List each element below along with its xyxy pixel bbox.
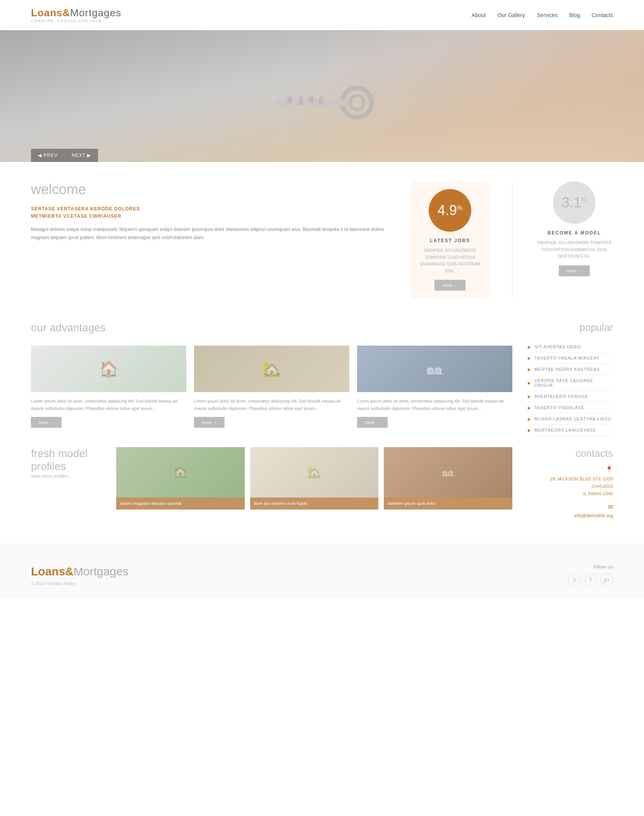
footer-right: follow us 𝕏 f g+ [568,564,613,586]
view-more-link[interactable]: view more profiles [31,473,69,479]
advantage-btn-3[interactable]: more → [357,417,388,428]
address-line1: 28 JACKSON BLVD STE 1020 [550,477,613,481]
list-item: ▶MERTAEORY LKAUISYASE [528,425,613,436]
fresh-title: fresh modelprofiles [31,447,101,473]
advantage-item-1: 🏠 Lorem ipsum dolor sit amet, consectetu… [31,346,186,427]
popular-item-5: TASERTO YNDOLASE [534,405,585,410]
fresh-item-3: 🏘 dolorem ipsum quia dolor [384,447,512,510]
house-shape-2: 🏡 [194,346,349,392]
fresh-img-1: 🏠 [116,447,245,498]
popular-arrow-icon: ▶ [528,394,531,399]
contacts-title: contacts [528,448,613,460]
popular-item-4: AVERTELERO FEROSE [534,394,588,399]
advantage-item-3: 🏘 Lorem ipsum dolor sit amet, consectetu… [357,346,512,427]
popular-arrow-icon: ▶ [528,356,531,360]
house-shape-3: 🏘 [357,346,512,392]
advantage-img-2: 🏡 [194,346,349,392]
footer-logo: Loans&Mortgages [31,565,129,578]
advantages-title: our advantages [31,322,512,334]
footer-logo-after: Mortgages [74,565,129,578]
social-twitter[interactable]: 𝕏 [568,573,580,586]
stat-circle-2: 3.1% [553,181,596,224]
advantage-btn-2[interactable]: more → [194,417,225,428]
fresh-caption-1: dolore magnam aliquam quaerat [116,498,245,510]
footer: Loans&Mortgages © 2014 • Privacy Policy … [0,544,644,597]
stat-circle-1: 4.9% [429,189,471,232]
logo-text-before: Loans [31,7,63,19]
advantages-grid: 🏠 Lorem ipsum dolor sit amet, consectetu… [31,346,512,427]
advantage-item-2: 🏡 Lorem ipsum dolor sit amet, consectetu… [194,346,349,427]
fresh-caption-2: illum qui dolorem eum fugiat [250,498,379,510]
stat-suffix-1: % [457,205,462,211]
contact-email: ✉ info@demolink.org [528,503,613,518]
popular-list: ▶SIT AVERTAS DERO ▶TASERTO YAEALA MIASEA… [528,341,613,436]
list-item: ▶TASERTO YNDOLASE [528,402,613,413]
nav-about[interactable]: About [472,12,486,18]
contact-address: 📍 28 JACKSON BLVD STE 1020 CHICAGO IL 60… [528,466,613,497]
stat-card-1: 4.9% LATEST JOBS FADIPIDE SCI UNUSMODI T… [411,181,489,298]
nav-blog[interactable]: Blog [569,12,580,18]
list-item: ▶MUSER LASRAS LERTYAA LIASU [528,413,613,425]
social-icons: 𝕏 f g+ [568,573,613,586]
header: Loans&Mortgages Compare, Choose and Save… [0,0,644,30]
stat-btn-1[interactable]: more → [434,280,465,291]
list-item: ▶MERTAE NEORY KASTREAS [528,364,613,375]
stat-btn-2[interactable]: more → [559,265,589,276]
welcome-title: welcome [31,181,396,198]
advantage-desc-2: Lorem ipsum dolor sit amet, consectetur … [194,398,349,412]
main-content: welcome SERTASE VERTASERA KERODE DOLORES… [0,162,644,544]
footer-logo-before: Loans [31,565,65,578]
stat-value-2: 3.1% [562,195,587,211]
popular-arrow-icon: ▶ [528,381,531,385]
fresh-grid: 🏠 dolore magnam aliquam quaerat 🏡 illum … [116,447,512,510]
social-facebook[interactable]: f [584,573,597,586]
popular-item-0: SIT AVERTAS DERO [534,344,581,349]
fresh-header: fresh modelprofiles view more profiles [31,447,101,479]
nav-services[interactable]: Services [537,12,558,18]
hero-section: ◀ PREV NEXT ▶ [0,30,644,162]
nav-gallery[interactable]: Our Gallery [497,12,525,18]
house-shape-1: 🏠 [31,346,186,392]
stat-desc-1: FADIPIDE SCI UNUSMODI TEMPORA TUSGYATDSA… [419,247,481,274]
welcome-section: welcome SERTASE VERTASERA KERODE DOLORES… [31,181,613,298]
list-item: ▶TASERTO YAEALA MIASEAY [528,353,613,364]
hero-prev-button[interactable]: ◀ PREV [31,149,65,162]
footer-logo-ampersand: & [65,565,74,578]
stat-card-1-bg: 4.9% LATEST JOBS FADIPIDE SCI UNUSMODI T… [411,181,489,298]
fresh-layout: fresh modelprofiles view more profiles 🏠… [31,447,512,510]
stat-title-2: BECOME A MODEL [536,230,613,236]
advantage-btn-1[interactable]: more → [31,417,62,428]
list-item: ▶AVERTELERO FEROSE [528,391,613,402]
follow-us-label: follow us [568,564,613,570]
welcome-left: welcome SERTASE VERTASERA KERODE DOLORES… [31,181,396,241]
advantage-desc-1: Lorem ipsum dolor sit amet, consectetur … [31,398,186,412]
address-text: 28 JACKSON BLVD STE 1020 CHICAGO IL 6060… [528,475,613,497]
popular-item-7: MERTAEORY LKAUISYASE [534,428,596,432]
advantage-img-1: 🏠 [31,346,186,392]
hero-navigation: ◀ PREV NEXT ▶ [31,149,98,162]
popular-arrow-icon: ▶ [528,345,531,349]
sidebar: popular ▶SIT AVERTAS DERO ▶TASERTO YAEAL… [528,322,613,525]
popular-arrow-icon: ▶ [528,417,531,421]
hero-hand-overlay [290,30,644,162]
footer-left: Loans&Mortgages © 2014 • Privacy Policy [31,565,129,586]
popular-title: popular [528,322,613,334]
advantage-desc-3: Lorem ipsum dolor sit amet, consectetur … [357,398,512,412]
fresh-caption-3: dolorem ipsum quia dolor [384,498,512,510]
stat-desc-2: FADIPIDE SCI UNUSMODI TEMPORA TUSGYATDSA… [536,239,613,260]
social-google[interactable]: g+ [601,573,613,586]
email-icon: ✉ [528,503,613,511]
advantage-img-3: 🏘 [357,346,512,392]
nav-contacts[interactable]: Contacts [592,12,613,18]
logo-tagline: Compare, Choose and Save [31,19,121,23]
fresh-item-2: 🏡 illum qui dolorem eum fugiat [250,447,379,510]
logo-text-after: Mortgages [70,7,121,19]
address-line2: CHICAGO [592,484,613,489]
address-icon: 📍 [528,466,613,473]
popular-item-2: MERTAE NEORY KASTREAS [534,367,600,372]
hero-next-button[interactable]: NEXT ▶ [65,149,98,162]
two-col-layout: our advantages 🏠 Lorem ipsum dolor sit a… [31,322,613,525]
popular-item-1: TASERTO YAEALA MIASEAY [534,356,599,360]
popular-arrow-icon: ▶ [528,367,531,372]
stat-suffix-2: % [581,197,587,203]
